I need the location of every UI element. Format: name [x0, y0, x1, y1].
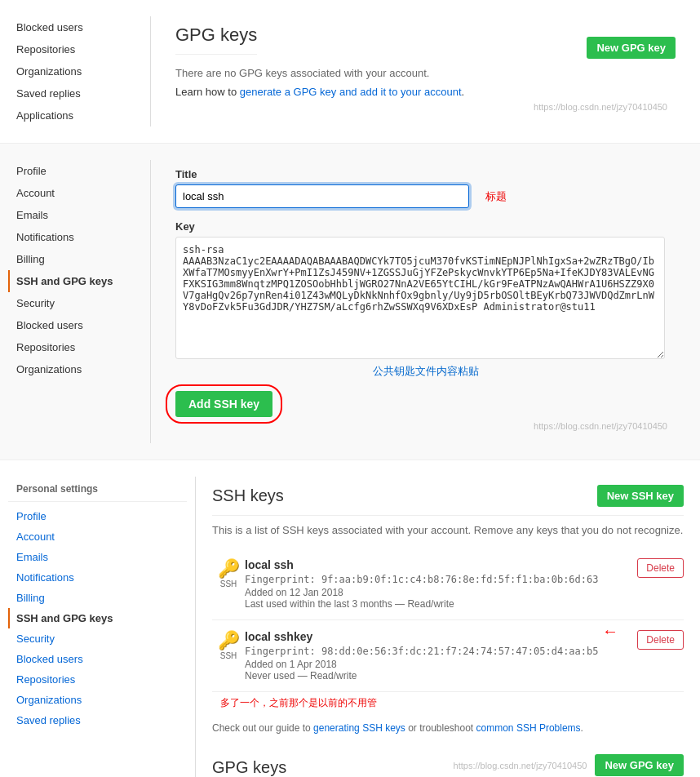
watermark3: https://blog.csdn.net/jzy70410450	[454, 761, 587, 770]
footer-prefix: Check out our guide to	[212, 722, 313, 734]
page-container: Blocked users Repositories Organizations…	[0, 0, 700, 777]
add-ssh-btn-wrapper: Add SSH key	[175, 391, 272, 417]
content1-gpg: GPG keys New GPG key There are no GPG ke…	[151, 16, 700, 127]
key-title-2: local sshkey	[245, 630, 637, 643]
gpg-link[interactable]: generate a GPG key and add it to your ac…	[240, 86, 462, 98]
arrow-annotation: ←	[602, 622, 618, 641]
ssh-key-details-2: local sshkey Fingerprint: 98:dd:0e:56:3f…	[245, 630, 637, 682]
key-lastused-1: Last used within the last 3 months — Rea…	[245, 598, 637, 610]
gpg-learn-link: Learn how to generate a GPG key and add …	[175, 86, 676, 98]
sidebar2-security[interactable]: Security	[8, 292, 142, 314]
learn-prefix: Learn how to	[175, 86, 240, 98]
ssh-key-details-1: local ssh Fingerprint: 9f:aa:b9:0f:1c:c4…	[245, 558, 637, 610]
watermark2: https://blog.csdn.net/jzy70410450	[175, 417, 676, 435]
personal-settings-header: Personal settings	[8, 477, 187, 502]
sidebar1-repositories[interactable]: Repositories	[8, 38, 142, 60]
key-icon-2: 🔑	[212, 630, 245, 651]
sidebar2-profile[interactable]: Profile	[8, 160, 142, 182]
sidebar2-repositories[interactable]: Repositories	[8, 336, 142, 358]
sidebar2-blocked-users[interactable]: Blocked users	[8, 314, 142, 336]
gpg-title: GPG keys	[175, 24, 257, 55]
key-lastused-2: Never used — Read/write	[245, 670, 637, 682]
gpg-keys-title: GPG keys	[212, 758, 286, 777]
sidebar2-billing[interactable]: Billing	[8, 248, 142, 270]
ssh-key-item-1: 🔑 SSH local ssh Fingerprint: 9f:aa:b9:0f…	[212, 548, 684, 620]
ssh-title: SSH keys	[212, 486, 284, 505]
section2-add-ssh: Profile Account Emails Notifications Bil…	[0, 144, 700, 460]
ssh-header: SSH keys New SSH key	[212, 485, 684, 516]
title-annotation: 标题	[485, 189, 507, 204]
footer-suffix: .	[581, 722, 583, 734]
sidebar3-billing[interactable]: Billing	[8, 588, 187, 608]
chinese-annotation: 多了一个，之前那个是以前的不用管	[220, 697, 377, 708]
section3-ssh-list: Personal settings Profile Account Emails…	[0, 460, 700, 777]
ssh-key-actions-1: Delete	[637, 558, 684, 578]
sidebar3-profile[interactable]: Profile	[8, 506, 187, 526]
sidebar3-organizations[interactable]: Organizations	[8, 690, 187, 710]
add-ssh-key-button[interactable]: Add SSH key	[175, 391, 272, 417]
title-input[interactable]	[175, 184, 469, 208]
key-title-1: local ssh	[245, 558, 637, 571]
key-fingerprint-2: Fingerprint: 98:dd:0e:56:3f:dc:21:f7:24:…	[245, 646, 637, 657]
sidebar3-repositories[interactable]: Repositories	[8, 669, 187, 690]
key-fingerprint-1: Fingerprint: 9f:aa:b9:0f:1c:c4:b8:76:8e:…	[245, 574, 637, 585]
sidebar3-account[interactable]: Account	[8, 526, 187, 547]
sidebar2-organizations[interactable]: Organizations	[8, 358, 142, 380]
new-gpg-key-button-2[interactable]: New GPG key	[595, 754, 684, 776]
ssh-description: This is a list of SSH keys associated wi…	[212, 524, 684, 536]
gpg-bottom-area: https://blog.csdn.net/jzy70410450 New GP…	[454, 754, 684, 776]
sidebar3-notifications[interactable]: Notifications	[8, 567, 187, 588]
delete-key-1-button[interactable]: Delete	[637, 558, 684, 578]
ssh-key-icon-1: 🔑 SSH	[212, 558, 245, 588]
sidebar1-organizations[interactable]: Organizations	[8, 60, 142, 82]
key-icon-1: 🔑	[212, 558, 245, 579]
gpg-section-header: GPG keys https://blog.csdn.net/jzy704104…	[212, 746, 684, 777]
new-gpg-key-button[interactable]: New GPG key	[587, 37, 676, 59]
ssh-key-item-2: 🔑 SSH local sshkey Fingerprint: 98:dd:0e…	[212, 620, 684, 692]
footer-mid: or troubleshoot	[405, 722, 476, 734]
sidebar1-blocked-users[interactable]: Blocked users	[8, 16, 142, 38]
sidebar3: Personal settings Profile Account Emails…	[0, 477, 196, 777]
ssh-key-icon-2: 🔑 SSH	[212, 630, 245, 660]
sidebar3-ssh-gpg[interactable]: SSH and GPG keys	[8, 608, 187, 628]
key-added-2: Added on 1 Apr 2018	[245, 659, 637, 670]
ssh-key-actions-2: ← Delete	[637, 630, 684, 650]
new-ssh-key-button[interactable]: New SSH key	[597, 485, 684, 507]
sidebar3-blocked[interactable]: Blocked users	[8, 649, 187, 669]
ssh-label-1: SSH	[212, 579, 245, 588]
key-annotation: 公共钥匙文件内容粘贴	[373, 365, 479, 377]
key-textarea[interactable]	[175, 237, 665, 359]
section1-gpg: Blocked users Repositories Organizations…	[0, 0, 700, 144]
sidebar2: Profile Account Emails Notifications Bil…	[0, 160, 151, 443]
watermark1: https://blog.csdn.net/jzy70410450	[175, 98, 676, 116]
content3-ssh-list: SSH keys New SSH key This is a list of S…	[196, 477, 700, 777]
sidebar1-applications[interactable]: Applications	[8, 104, 142, 127]
sidebar3-emails[interactable]: Emails	[8, 547, 187, 567]
sidebar2-ssh-gpg-keys[interactable]: SSH and GPG keys	[8, 270, 142, 292]
generating-link[interactable]: generating SSH keys	[313, 722, 405, 734]
delete-key-2-button[interactable]: Delete	[637, 630, 684, 650]
ssh-problems-link[interactable]: common SSH Problems	[476, 722, 581, 734]
key-form-group: Key 公共钥匙文件内容粘贴	[175, 220, 676, 379]
key-label: Key	[175, 220, 676, 233]
ssh-footer: Check out our guide to generating SSH ke…	[212, 722, 684, 734]
sidebar2-account[interactable]: Account	[8, 182, 142, 204]
content2-add-ssh: Title 标题 Key 公共钥匙文件内容粘贴 Add SSH key	[151, 160, 700, 443]
sidebar3-security[interactable]: Security	[8, 628, 187, 649]
sidebar2-emails[interactable]: Emails	[8, 204, 142, 226]
learn-suffix: .	[462, 86, 465, 98]
no-gpg-keys-text: There are no GPG keys associated with yo…	[175, 67, 676, 79]
title-form-group: Title 标题	[175, 168, 676, 208]
title-label: Title	[175, 168, 676, 180]
sidebar3-saved-replies[interactable]: Saved replies	[8, 710, 187, 730]
add-ssh-btn-area: Add SSH key	[175, 391, 676, 417]
key-added-1: Added on 12 Jan 2018	[245, 587, 637, 598]
key-annotation-area: 多了一个，之前那个是以前的不用管	[212, 696, 684, 710]
sidebar2-notifications[interactable]: Notifications	[8, 226, 142, 248]
sidebar1-saved-replies[interactable]: Saved replies	[8, 82, 142, 104]
sidebar1: Blocked users Repositories Organizations…	[0, 16, 151, 127]
ssh-label-2: SSH	[212, 651, 245, 660]
